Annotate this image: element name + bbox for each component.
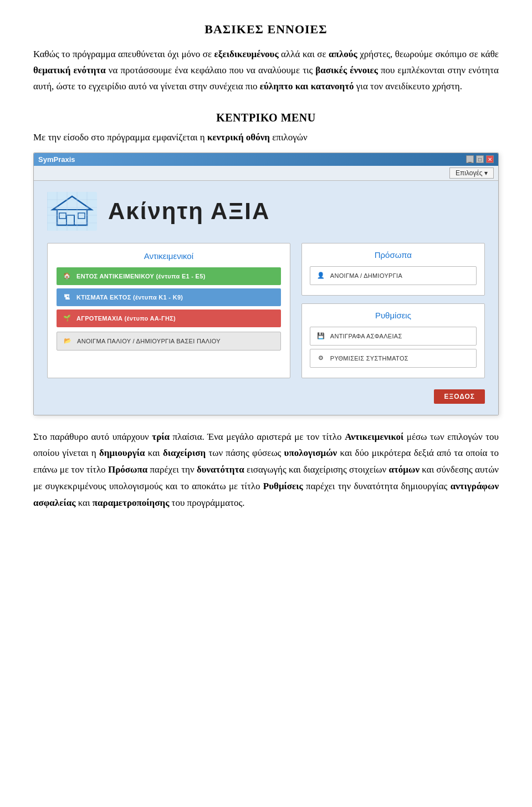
maximize-button[interactable]: □	[476, 155, 484, 163]
intro-bold-4: βασικές έννοιες	[315, 65, 378, 75]
body-bold-5: υπολογισμών	[284, 448, 337, 458]
prosopa-heading: Πρόσωπα	[310, 250, 477, 260]
body-bold-9: Ρυθμίσεις	[263, 481, 303, 491]
btn-entos-antikeimeniko[interactable]: 🏠 ΕΝΤΟΣ ΑΝΤΙΚΕΙΜΕΝΙΚΟΥ (έντυπα Ε1 - Ε5)	[57, 267, 281, 285]
body-text-7: παρέχει την	[147, 464, 197, 475]
section2-intro-text2: επιλογών	[270, 132, 308, 143]
panels-row: Αντικειμενικοί 🏠 ΕΝΤΟΣ ΑΝΤΙΚΕΙΜΕΝΙΚΟΥ (έ…	[47, 243, 485, 378]
minimize-button[interactable]: _	[466, 155, 474, 163]
body-bold-3: δημιουργία	[99, 448, 145, 458]
body-bold-4: διαχείριση	[163, 448, 206, 458]
panel-right: Πρόσωπα 👤 ΑΝΟΙΓΜΑ / ΔΗΜΙΟΥΡΓΙΑ Ρυθμίσεις…	[301, 243, 485, 378]
backup-icon: 💾	[316, 331, 326, 341]
body-text-10: παρέχει την δυνατότητα δημιουργίας	[303, 481, 451, 491]
btn-open-create-prosopo[interactable]: 👤 ΑΝΟΙΓΜΑ / ΔΗΜΙΟΥΡΓΙΑ	[310, 266, 477, 285]
btn4-label: ΑΝΟΙΓΜΑ ΠΑΛΙΟΥ / ΔΗΜΙΟΥΡΓΙΑ ΒΑΣΕΙ ΠΑΛΙΟΥ	[77, 338, 221, 344]
window-body: Ακίνητη ΑΞΙΑ Αντικειμενικοί 🏠 ΕΝΤΟΣ ΑΝΤΙ…	[34, 181, 498, 415]
btn5-label: ΑΝΟΙΓΜΑ / ΔΗΜΙΟΥΡΓΙΑ	[330, 272, 402, 279]
section2-title: ΚΕΝΤΡΙΚΟ MENU	[33, 111, 499, 124]
body-bold-1: τρία	[152, 432, 170, 442]
intro-bold-3: θεματική ενότητα	[33, 65, 106, 75]
app-title-banner: Ακίνητη ΑΞΙΑ	[47, 192, 485, 231]
btn-ktismata-ektos[interactable]: 🏗 ΚΤΙΣΜΑΤΑ ΕΚΤΟΣ (έντυπα Κ1 - Κ9)	[57, 288, 281, 306]
body-text-11: και	[75, 498, 92, 508]
window-title: SymPraxis	[38, 155, 75, 164]
section2-intro-text1: Με την είσοδο στο πρόγραμμα εμφανίζεται …	[33, 132, 207, 143]
intro-text-3: χρήστες, θεωρούμε σκόπιμο σε κάθε	[357, 49, 499, 59]
btn-open-old[interactable]: 📂 ΑΝΟΙΓΜΑ ΠΑΛΙΟΥ / ΔΗΜΙΟΥΡΓΙΑ ΒΑΣΕΙ ΠΑΛΙ…	[57, 332, 281, 351]
app-window: SymPraxis _ □ ✕ Επιλογές ▾	[33, 153, 499, 415]
intro-text-1: Καθώς το πρόγραμμα απευθύνεται όχι μόνο …	[33, 49, 214, 59]
close-button[interactable]: ✕	[486, 155, 494, 163]
body-bold-2: Αντικειμενικοί	[345, 432, 403, 442]
house-icon: 🏠	[62, 271, 72, 281]
btn7-label: ΡΥΘΜΙΣΕΙΣ ΣΥΣΤΗΜΑΤΟΣ	[330, 355, 408, 362]
gear-icon: ⚙	[316, 353, 326, 363]
section2-intro-bold: κεντρική οθόνη	[207, 132, 270, 143]
body-paragraph: Στο παράθυρο αυτό υπάρχουν τρία πλαίσια.…	[33, 429, 499, 511]
section2-intro: Με την είσοδο στο πρόγραμμα εμφανίζεται …	[33, 130, 499, 146]
btn-rythmiseis-sys[interactable]: ⚙ ΡΥΘΜΙΣΕΙΣ ΣΥΣΤΗΜΑΤΟΣ	[310, 349, 477, 368]
body-text-1: Στο παράθυρο αυτό υπάρχουν	[33, 432, 152, 442]
body-text-12: του προγράμματος.	[169, 498, 244, 508]
intro-text-4: να προτάσσουμε ένα κεφάλαιο που να αναλύ…	[106, 65, 316, 75]
body-bold-11: παραμετροποίησης	[93, 498, 170, 508]
body-text-8: εισαγωγής και διαχείρισης στοιχείων	[244, 464, 389, 475]
panel-left: Αντικειμενικοί 🏠 ΕΝΤΟΣ ΑΝΤΙΚΕΙΜΕΝΙΚΟΥ (έ…	[47, 243, 290, 378]
body-text-4: και	[145, 448, 162, 458]
exit-button[interactable]: ΕΞΟΔΟΣ	[434, 389, 485, 404]
intro-text-2: αλλά και σε	[279, 49, 329, 59]
btn6-label: ΑΝΤΙΓΡΑΦΑ ΑΣΦΑΛΕΙΑΣ	[330, 333, 402, 339]
window-controls: _ □ ✕	[466, 155, 494, 163]
intro-bold-2: απλούς	[329, 49, 357, 59]
building-icon: 🏗	[62, 292, 72, 302]
panel-rythmiseis: Ρυθμίσεις 💾 ΑΝΤΙΓΡΑΦΑ ΑΣΦΑΛΕΙΑΣ ⚙ ΡΥΘΜΙΣ…	[301, 303, 485, 378]
body-text-2: πλαίσια. Ένα μεγάλο αριστερά με τον τίτλ…	[170, 432, 345, 442]
body-bold-6: Πρόσωπα	[108, 464, 147, 475]
app-logo-image	[47, 192, 97, 231]
person-icon: 👤	[316, 271, 326, 281]
panel-prosopa: Πρόσωπα 👤 ΑΝΟΙΓΜΑ / ΔΗΜΙΟΥΡΓΙΑ	[301, 243, 485, 296]
exit-row: ΕΞΟΔΟΣ	[47, 387, 485, 404]
window-titlebar: SymPraxis _ □ ✕	[34, 153, 498, 166]
btn2-label: ΚΤΙΣΜΑΤΑ ΕΚΤΟΣ (έντυπα Κ1 - Κ9)	[76, 294, 183, 301]
body-bold-7: δυνατότητα	[197, 464, 244, 475]
menu-options-button[interactable]: Επιλογές ▾	[449, 168, 494, 179]
body-bold-8: ατόμων	[389, 464, 420, 475]
btn3-label: ΑΓΡΟΤΕΜΑΧΙΑ (έντυπο ΑΑ-ΓΗΣ)	[76, 315, 176, 322]
intro-paragraph: Καθώς το πρόγραμμα απευθύνεται όχι μόνο …	[33, 47, 499, 95]
btn1-label: ΕΝΤΟΣ ΑΝΤΙΚΕΙΜΕΝΙΚΟΥ (έντυπα Ε1 - Ε5)	[76, 273, 206, 280]
body-text-5: των πάσης φύσεως	[206, 448, 284, 458]
panel-left-heading: Αντικειμενικοί	[57, 251, 281, 261]
intro-text-6: για τον ανειδίκευτο χρήστη.	[354, 81, 462, 92]
intro-bold-5: εύληπτο και κατανοητό	[260, 81, 354, 92]
page-title: ΒΑΣΙΚΕΣ ΕΝΝΟΙΕΣ	[33, 22, 499, 37]
btn-antigrapha[interactable]: 💾 ΑΝΤΙΓΡΑΦΑ ΑΣΦΑΛΕΙΑΣ	[310, 327, 477, 346]
intro-bold-1: εξειδικευμένους	[214, 49, 279, 59]
field-icon: 🌱	[62, 313, 72, 323]
btn-agrotemax[interactable]: 🌱 ΑΓΡΟΤΕΜΑΧΙΑ (έντυπο ΑΑ-ΓΗΣ)	[57, 309, 281, 327]
window-menu-bar: Επιλογές ▾	[34, 166, 498, 181]
folder-icon: 📂	[63, 336, 73, 346]
rythmiseis-heading: Ρυθμίσεις	[310, 311, 477, 320]
app-title-text: Ακίνητη ΑΞΙΑ	[108, 198, 270, 225]
